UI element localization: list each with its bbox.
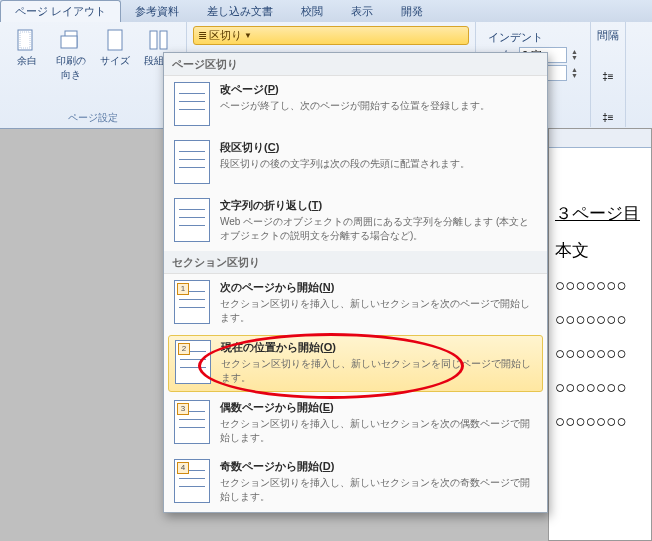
indent-title: インデント bbox=[488, 30, 578, 45]
menu-item-desc: ページが終了し、次のページが開始する位置を登録します。 bbox=[220, 99, 537, 113]
spacing-after-icon: ‡≡ bbox=[602, 112, 613, 123]
page-break-icon: 3 bbox=[174, 400, 210, 444]
tab-view[interactable]: 表示 bbox=[337, 1, 387, 22]
spacing-before-icon: ‡≡ bbox=[602, 71, 613, 82]
menu-item-title: 現在の位置から開始(O) bbox=[221, 340, 536, 355]
menu-item-o[interactable]: 2現在の位置から開始(O)セクション区切りを挿入し、新しいセクションを同じページ… bbox=[168, 335, 543, 392]
tab-review[interactable]: 校閲 bbox=[287, 1, 337, 22]
menu-item-title: 次のページから開始(N) bbox=[220, 280, 537, 295]
spinner[interactable]: ▲▼ bbox=[571, 67, 578, 79]
doc-line-3: ○○○○○○○ bbox=[555, 276, 645, 296]
chevron-down-icon: ▼ bbox=[244, 31, 252, 40]
menu-item-title: 奇数ページから開始(D) bbox=[220, 459, 537, 474]
menu-item-title: 偶数ページから開始(E) bbox=[220, 400, 537, 415]
menu-item-e[interactable]: 3偶数ページから開始(E)セクション区切りを挿入し、新しいセクションを次の偶数ペ… bbox=[164, 394, 547, 453]
doc-line-6: ○○○○○○○ bbox=[555, 378, 645, 398]
size-icon bbox=[101, 28, 129, 52]
group-spacing: 間隔 ‡≡ ‡≡ bbox=[591, 22, 626, 127]
menu-section-page-breaks: ページ区切り bbox=[164, 53, 547, 76]
tab-mailings[interactable]: 差し込み文書 bbox=[193, 1, 287, 22]
document-page[interactable]: ３ページ目 本文 ○○○○○○○ ○○○○○○○ ○○○○○○○ ○○○○○○○… bbox=[549, 148, 651, 452]
page-break-icon: 1 bbox=[174, 280, 210, 324]
spacing-label: 間隔 bbox=[597, 28, 619, 43]
page-break-icon: 4 bbox=[174, 459, 210, 503]
menu-item-desc: 段区切りの後の文字列は次の段の先頭に配置されます。 bbox=[220, 157, 537, 171]
doc-line-4: ○○○○○○○ bbox=[555, 310, 645, 330]
group-page-setup: 余白 印刷の 向き サイズ 段組み ページ設定 bbox=[0, 22, 187, 127]
menu-section-section-breaks: セクション区切り bbox=[164, 251, 547, 274]
svg-rect-4 bbox=[108, 30, 122, 50]
columns-icon bbox=[145, 28, 173, 52]
orientation-icon bbox=[57, 28, 85, 52]
menu-item-c[interactable]: 段区切り(C)段区切りの後の文字列は次の段の先頭に配置されます。 bbox=[164, 134, 547, 192]
doc-line-5: ○○○○○○○ bbox=[555, 344, 645, 364]
tab-page-layout[interactable]: ページ レイアウト bbox=[0, 0, 121, 22]
page-break-icon: 2 bbox=[175, 340, 211, 384]
menu-item-title: 文字列の折り返し(T) bbox=[220, 198, 537, 213]
ribbon-tabs: ページ レイアウト 参考資料 差し込み文書 校閲 表示 開発 bbox=[0, 0, 652, 22]
doc-line-2: 本文 bbox=[555, 239, 645, 262]
size-button[interactable]: サイズ bbox=[94, 26, 136, 84]
breaks-menu: ページ区切り 改ページ(P)ページが終了し、次のページが開始する位置を登録します… bbox=[163, 52, 548, 513]
document-area: ３ページ目 本文 ○○○○○○○ ○○○○○○○ ○○○○○○○ ○○○○○○○… bbox=[548, 128, 652, 541]
menu-item-desc: Web ページのオブジェクトの周囲にある文字列を分離します (本文とオブジェクト… bbox=[220, 215, 537, 243]
breaks-dropdown[interactable]: ≣ 区切り ▼ bbox=[193, 26, 469, 45]
spinner[interactable]: ▲▼ bbox=[571, 49, 578, 61]
menu-item-t[interactable]: 文字列の折り返し(T)Web ページのオブジェクトの周囲にある文字列を分離します… bbox=[164, 192, 547, 251]
menu-item-n[interactable]: 1次のページから開始(N)セクション区切りを挿入し、新しいセクションを次のページ… bbox=[164, 274, 547, 333]
menu-item-desc: セクション区切りを挿入し、新しいセクションを次のページで開始します。 bbox=[220, 297, 537, 325]
menu-item-title: 段区切り(C) bbox=[220, 140, 537, 155]
margins-icon bbox=[13, 28, 41, 52]
menu-item-d[interactable]: 4奇数ページから開始(D)セクション区切りを挿入し、新しいセクションを次の奇数ペ… bbox=[164, 453, 547, 512]
tab-references[interactable]: 参考資料 bbox=[121, 1, 193, 22]
svg-rect-5 bbox=[150, 31, 157, 49]
menu-item-desc: セクション区切りを挿入し、新しいセクションを次の奇数ページで開始します。 bbox=[220, 476, 537, 504]
doc-line-1: ３ページ目 bbox=[555, 202, 645, 225]
svg-rect-6 bbox=[160, 31, 167, 49]
tab-developer[interactable]: 開発 bbox=[387, 1, 437, 22]
page-break-icon bbox=[174, 140, 210, 184]
orientation-button[interactable]: 印刷の 向き bbox=[50, 26, 92, 84]
group-label-page-setup: ページ設定 bbox=[68, 111, 118, 125]
page-break-icon bbox=[174, 198, 210, 242]
breaks-icon: ≣ bbox=[198, 29, 207, 42]
margins-button[interactable]: 余白 bbox=[6, 26, 48, 84]
page-break-icon bbox=[174, 82, 210, 126]
svg-rect-3 bbox=[61, 36, 77, 48]
ruler[interactable] bbox=[549, 129, 651, 148]
menu-item-desc: セクション区切りを挿入し、新しいセクションを同じページで開始します。 bbox=[221, 357, 536, 385]
menu-item-p[interactable]: 改ページ(P)ページが終了し、次のページが開始する位置を登録します。 bbox=[164, 76, 547, 134]
menu-item-desc: セクション区切りを挿入し、新しいセクションを次の偶数ページで開始します。 bbox=[220, 417, 537, 445]
menu-item-title: 改ページ(P) bbox=[220, 82, 537, 97]
doc-line-7: ○○○○○○○ bbox=[555, 412, 645, 432]
